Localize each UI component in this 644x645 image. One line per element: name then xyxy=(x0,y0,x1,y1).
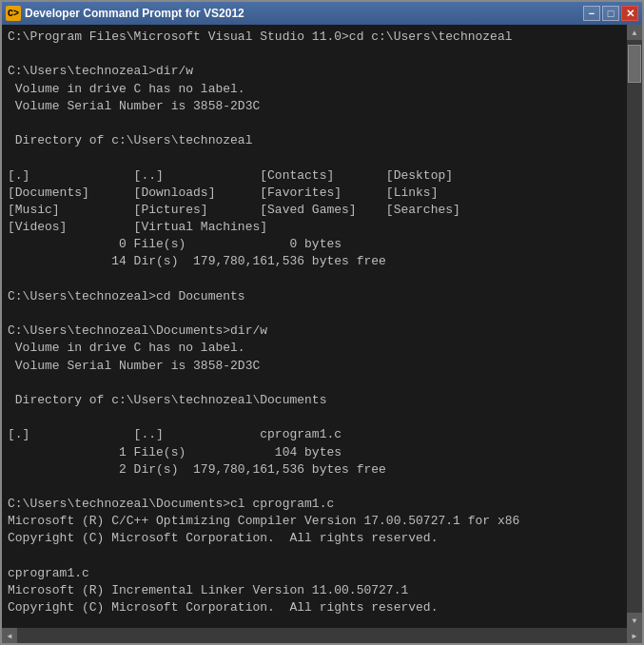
scroll-down-arrow[interactable]: ▼ xyxy=(627,613,642,628)
scroll-right-arrow[interactable]: ▶ xyxy=(627,628,642,643)
app-icon: C> xyxy=(6,6,21,21)
title-bar-left: C> Developer Command Prompt for VS2012 xyxy=(6,6,244,21)
window-controls: − □ ✕ xyxy=(583,6,638,21)
horizontal-scroll-track[interactable] xyxy=(17,629,627,642)
horizontal-scrollbar: ◀ ▶ xyxy=(2,628,642,643)
console-area: C:\Program Files\Microsoft Visual Studio… xyxy=(2,25,642,628)
scroll-track[interactable] xyxy=(627,40,642,613)
maximize-button[interactable]: □ xyxy=(602,6,619,21)
scroll-left-arrow[interactable]: ◀ xyxy=(2,628,17,643)
console-output[interactable]: C:\Program Files\Microsoft Visual Studio… xyxy=(2,25,627,628)
title-bar: C> Developer Command Prompt for VS2012 −… xyxy=(2,2,642,25)
window: C> Developer Command Prompt for VS2012 −… xyxy=(0,0,644,645)
window-title: Developer Command Prompt for VS2012 xyxy=(25,7,244,20)
scroll-thumb[interactable] xyxy=(628,45,641,83)
close-button[interactable]: ✕ xyxy=(621,6,638,21)
scroll-up-arrow[interactable]: ▲ xyxy=(627,25,642,40)
vertical-scrollbar: ▲ ▼ xyxy=(627,25,642,628)
minimize-button[interactable]: − xyxy=(583,6,600,21)
